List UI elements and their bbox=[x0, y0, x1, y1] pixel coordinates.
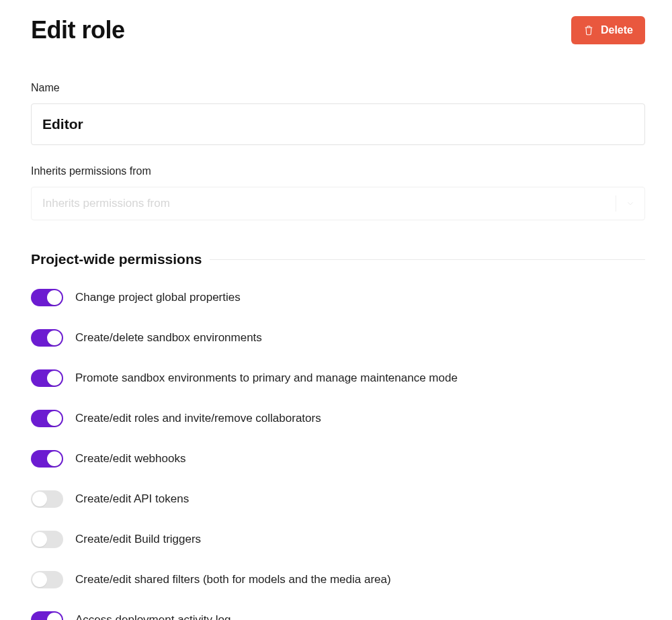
permission-label: Change project global properties bbox=[75, 291, 241, 304]
permission-toggle[interactable] bbox=[31, 369, 63, 387]
permission-label: Create/edit API tokens bbox=[75, 492, 189, 506]
permission-item: Promote sandbox environments to primary … bbox=[31, 369, 645, 387]
delete-button-label: Delete bbox=[601, 24, 633, 36]
permissions-list: Change project global propertiesCreate/d… bbox=[31, 289, 645, 620]
inherits-select[interactable]: Inherits permissions from bbox=[31, 187, 645, 220]
name-label: Name bbox=[31, 82, 645, 94]
permission-toggle[interactable] bbox=[31, 490, 63, 508]
permission-item: Change project global properties bbox=[31, 289, 645, 306]
permission-item: Access deployment activity log bbox=[31, 611, 645, 620]
permission-label: Promote sandbox environments to primary … bbox=[75, 371, 458, 385]
permission-item: Create/edit API tokens bbox=[31, 490, 645, 508]
trash-icon bbox=[583, 24, 594, 36]
permission-toggle[interactable] bbox=[31, 450, 63, 468]
permission-toggle[interactable] bbox=[31, 329, 63, 347]
section-rule bbox=[210, 259, 645, 260]
toggle-knob bbox=[47, 451, 62, 466]
permission-label: Create/edit webhooks bbox=[75, 452, 185, 466]
toggle-knob bbox=[47, 330, 62, 345]
permission-label: Create/delete sandbox environments bbox=[75, 331, 262, 345]
permission-toggle[interactable] bbox=[31, 289, 63, 306]
section-title: Project-wide permissions bbox=[31, 251, 202, 267]
permission-toggle[interactable] bbox=[31, 410, 63, 427]
toggle-knob bbox=[47, 613, 62, 620]
chevron-down-icon bbox=[623, 199, 644, 208]
permission-label: Create/edit shared filters (both for mod… bbox=[75, 573, 391, 586]
toggle-knob bbox=[47, 371, 62, 386]
toggle-knob bbox=[47, 290, 62, 305]
permission-item: Create/delete sandbox environments bbox=[31, 329, 645, 347]
delete-button[interactable]: Delete bbox=[571, 16, 645, 44]
permission-toggle[interactable] bbox=[31, 571, 63, 588]
permission-toggle[interactable] bbox=[31, 531, 63, 548]
permission-toggle[interactable] bbox=[31, 611, 63, 620]
page-title: Edit role bbox=[31, 16, 125, 44]
permission-item: Create/edit webhooks bbox=[31, 450, 645, 468]
name-input[interactable] bbox=[31, 103, 645, 145]
permission-label: Create/edit roles and invite/remove coll… bbox=[75, 412, 321, 425]
permission-item: Create/edit roles and invite/remove coll… bbox=[31, 410, 645, 427]
toggle-knob bbox=[47, 411, 62, 426]
toggle-knob bbox=[32, 572, 47, 587]
toggle-knob bbox=[32, 532, 47, 547]
inherits-label: Inherits permissions from bbox=[31, 165, 645, 177]
permission-item: Create/edit Build triggers bbox=[31, 531, 645, 548]
select-divider bbox=[616, 195, 616, 212]
inherits-placeholder: Inherits permissions from bbox=[32, 187, 613, 220]
permission-label: Access deployment activity log bbox=[75, 613, 231, 620]
permission-item: Create/edit shared filters (both for mod… bbox=[31, 571, 645, 588]
permission-label: Create/edit Build triggers bbox=[75, 533, 201, 546]
toggle-knob bbox=[32, 492, 47, 506]
